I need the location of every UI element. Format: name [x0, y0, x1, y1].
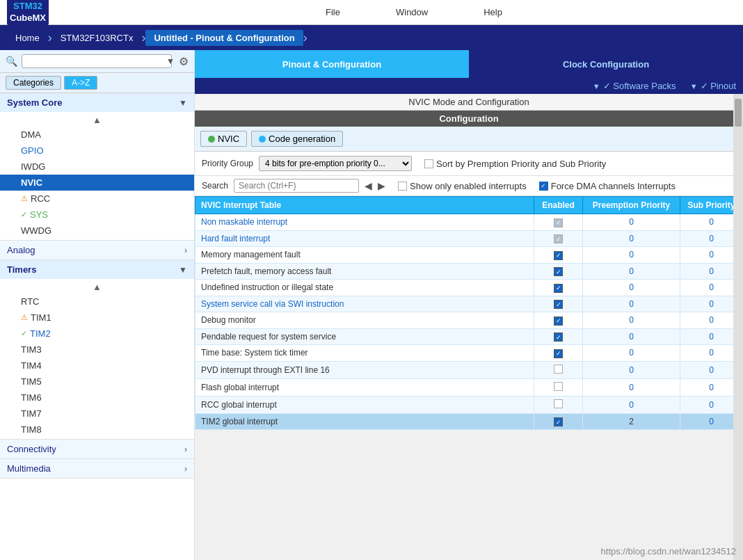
sidebar-item-tim2[interactable]: ✓ TIM2 [0, 326, 194, 342]
section-header-timers[interactable]: Timers ▼ [0, 260, 194, 279]
section-label-analog: Analog [7, 245, 35, 255]
enabled-cell[interactable]: ✓ [534, 214, 583, 231]
preemption-cell[interactable]: 0 [583, 263, 680, 280]
enabled-cell[interactable]: ✓ [534, 312, 583, 329]
enabled-cell[interactable]: ✓ [534, 413, 583, 430]
enabled-cell[interactable]: ✓ [534, 328, 583, 345]
menu-file[interactable]: File [326, 7, 340, 17]
interrupt-name: Flash global interrupt [195, 378, 534, 396]
chevron-right-icon-connectivity: › [184, 445, 187, 454]
sidebar-item-tim5[interactable]: TIM5 [0, 374, 194, 390]
sidebar-item-tim4[interactable]: TIM4 [0, 358, 194, 374]
sidebar-item-gpio[interactable]: GPIO [0, 143, 194, 159]
preemption-cell[interactable]: 0 [583, 378, 680, 396]
gear-icon[interactable]: ⚙ [179, 55, 189, 68]
sidebar-item-nvic[interactable]: NVIC [0, 175, 194, 191]
nav-prev-btn[interactable]: ◀ [365, 180, 372, 191]
preemption-cell[interactable]: 0 [583, 214, 680, 231]
interrupt-name: Debug monitor [195, 312, 534, 329]
enabled-checkbox[interactable]: ✓ [554, 317, 563, 326]
enabled-checkbox[interactable]: ✓ [554, 417, 563, 426]
sidebar-item-tim1[interactable]: ⚠ TIM1 [0, 310, 194, 326]
section-header-analog[interactable]: Analog › [0, 241, 194, 259]
scroll-bar[interactable] [733, 94, 743, 560]
enabled-checkbox: ✓ [554, 234, 563, 243]
menu-window[interactable]: Window [396, 7, 428, 17]
sub-tab-software-packs[interactable]: ▼ ✓ Software Packs [593, 81, 676, 91]
search-icon[interactable]: 🔍 [6, 56, 17, 67]
nvic-tab-codegen[interactable]: Code generation [251, 131, 343, 147]
scroll-thumb[interactable] [735, 99, 742, 127]
section-header-connectivity[interactable]: Connectivity › [0, 440, 194, 458]
enabled-checkbox[interactable]: ✓ [554, 300, 563, 309]
enabled-checkbox[interactable]: ✓ [554, 284, 563, 293]
enabled-cell[interactable]: ✓ [534, 263, 583, 280]
sidebar-item-tim8[interactable]: TIM8 [0, 422, 194, 438]
tab-pinout-config-label: Pinout & Configuration [282, 59, 381, 70]
tab-az[interactable]: A->Z [64, 76, 97, 90]
sidebar-item-rcc[interactable]: ⚠ RCC [0, 191, 194, 207]
preemption-cell[interactable]: 0 [583, 345, 680, 362]
enabled-cell[interactable]: ✓ [534, 280, 583, 296]
enabled-checkbox[interactable] [554, 365, 563, 374]
sidebar-item-wwdg[interactable]: WWDG [0, 223, 194, 239]
watermark-text: https://blog.csdn.net/wan1234512 [601, 546, 736, 557]
sort-checkbox[interactable] [424, 159, 433, 168]
enabled-cell[interactable] [534, 378, 583, 396]
codegen-dot [259, 136, 266, 143]
enabled-checkbox[interactable]: ✓ [554, 251, 563, 260]
enabled-cell[interactable] [534, 396, 583, 413]
sidebar-search-input[interactable] [22, 54, 172, 68]
enabled-checkbox[interactable] [554, 382, 563, 391]
scroll-up-arrow[interactable]: ▲ [0, 113, 194, 127]
enabled-cell[interactable]: ✓ [534, 345, 583, 362]
scroll-up-arrow-timers[interactable]: ▲ [0, 280, 194, 294]
sidebar-item-rtc[interactable]: RTC [0, 294, 194, 310]
enabled-cell[interactable]: ✓ [534, 247, 583, 264]
force-dma-checkbox[interactable]: ✓ [539, 182, 548, 191]
sidebar-item-dma[interactable]: DMA [0, 127, 194, 143]
preemption-cell[interactable]: 2 [583, 413, 680, 430]
preemption-cell[interactable]: 0 [583, 396, 680, 413]
breadcrumb-home[interactable]: Home [7, 30, 48, 46]
enabled-checkbox[interactable]: ✓ [554, 333, 563, 342]
enabled-checkbox[interactable]: ✓ [554, 267, 563, 276]
sidebar-item-tim7[interactable]: TIM7 [0, 406, 194, 422]
priority-group-select[interactable]: 4 bits for pre-emption priority 0... [259, 156, 412, 171]
preemption-cell[interactable]: 0 [583, 280, 680, 296]
preemption-cell[interactable]: 0 [583, 361, 680, 378]
preemption-cell[interactable]: 0 [583, 230, 680, 247]
logo-stm32: STM32 [10, 1, 46, 13]
sidebar-item-tim6[interactable]: TIM6 [0, 390, 194, 406]
table-row: RCC global interrupt 0 0 [195, 396, 743, 413]
preemption-cell[interactable]: 0 [583, 247, 680, 264]
col-enabled: Enabled [534, 197, 583, 214]
nvic-tab-nvic[interactable]: NVIC [200, 131, 247, 147]
enabled-checkbox[interactable]: ✓ [554, 349, 563, 358]
enabled-checkbox[interactable] [554, 399, 563, 408]
sidebar-item-iwdg[interactable]: IWDG [0, 159, 194, 175]
tab-clock-config[interactable]: Clock Configuration [469, 50, 743, 78]
table-row: Prefetch fault, memory access fault ✓ 0 … [195, 263, 743, 280]
sub-tab-pinout[interactable]: ▼ ✓ Pinout [690, 81, 736, 91]
section-multimedia: Multimedia › [0, 459, 194, 479]
section-items-system-core: ▲ DMA GPIO IWDG NVIC ⚠ RCC [0, 112, 194, 240]
tab-pinout-config[interactable]: Pinout & Configuration [195, 50, 469, 78]
enabled-cell[interactable]: ✓ [534, 296, 583, 312]
show-enabled-checkbox[interactable] [398, 182, 407, 191]
nvic-search-input[interactable] [234, 179, 359, 193]
section-header-multimedia[interactable]: Multimedia › [0, 459, 194, 478]
menu-help[interactable]: Help [484, 7, 502, 17]
preemption-cell[interactable]: 0 [583, 296, 680, 312]
sidebar-item-sys[interactable]: ✓ SYS [0, 207, 194, 223]
section-header-system-core[interactable]: System Core ▼ [0, 93, 194, 112]
nav-next-btn[interactable]: ▶ [378, 180, 385, 191]
sidebar-item-tim3[interactable]: TIM3 [0, 342, 194, 358]
enabled-cell[interactable]: ✓ [534, 230, 583, 247]
breadcrumb-tab[interactable]: Untitled - Pinout & Configuration [145, 30, 303, 46]
preemption-cell[interactable]: 0 [583, 312, 680, 329]
enabled-cell[interactable] [534, 361, 583, 378]
tab-categories[interactable]: Categories [6, 76, 61, 90]
preemption-cell[interactable]: 0 [583, 328, 680, 345]
breadcrumb-device[interactable]: STM32F103RCTx [52, 30, 142, 46]
